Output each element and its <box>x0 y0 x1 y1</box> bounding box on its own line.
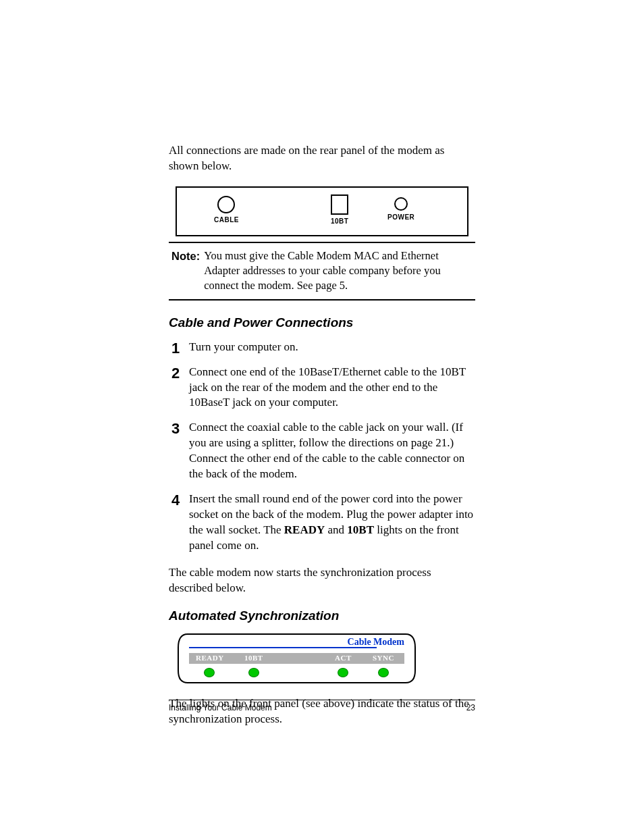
step-4-ready: READY <box>284 523 325 536</box>
rear-panel-diagram: CABLE 10BT POWER <box>176 186 468 236</box>
heading-cable-power: Cable and Power Connections <box>169 315 475 330</box>
port-10bt-label: 10BT <box>331 217 348 225</box>
step-4-part-c: and <box>325 523 347 536</box>
front-panel-diagram: Cable Modem READY 10BT ACT SYNC <box>177 633 417 684</box>
page-number: 23 <box>466 703 475 712</box>
note-label: Note: <box>171 249 200 294</box>
label-sync: SYNC <box>373 654 394 662</box>
front-panel-title: Cable Modem <box>348 637 404 648</box>
label-ready: READY <box>196 654 224 662</box>
step-2: Connect one end of the 10BaseT/Ethernet … <box>169 365 475 411</box>
cable-connector-icon <box>217 196 235 213</box>
led-act-icon <box>338 668 348 677</box>
label-10bt: 10BT <box>244 654 263 662</box>
sync-intro-paragraph: The cable modem now starts the synchroni… <box>169 565 475 596</box>
port-cable-label: CABLE <box>214 216 239 224</box>
step-4: Insert the small round end of the power … <box>169 492 475 554</box>
note-box: Note: You must give the Cable Modem MAC … <box>169 242 475 301</box>
ethernet-port-icon <box>331 194 348 215</box>
intro-paragraph: All connections are made on the rear pan… <box>169 143 475 174</box>
page-footer: Installing Your Cable Modem 23 <box>169 700 475 712</box>
port-10bt: 10BT <box>331 194 348 225</box>
steps-list: Turn your computer on. Connect one end o… <box>169 340 475 554</box>
port-power: POWER <box>387 197 414 221</box>
step-1: Turn your computer on. <box>169 340 475 355</box>
led-10bt-icon <box>248 668 259 677</box>
port-power-label: POWER <box>387 213 414 221</box>
footer-title: Installing Your Cable Modem <box>169 703 272 712</box>
led-ready-icon <box>204 668 215 677</box>
note-text: You must give the Cable Modem MAC and Et… <box>204 249 473 294</box>
document-page: All connections are made on the rear pan… <box>0 0 644 834</box>
label-act: ACT <box>335 654 352 662</box>
power-connector-icon <box>394 197 408 211</box>
footer-rule <box>169 700 475 700</box>
port-cable: CABLE <box>214 196 239 224</box>
step-3: Connect the coaxial cable to the cable j… <box>169 420 475 482</box>
led-sync-icon <box>378 668 389 677</box>
heading-automated-sync: Automated Synchronization <box>169 608 475 623</box>
step-4-10bt: 10BT <box>347 523 374 536</box>
